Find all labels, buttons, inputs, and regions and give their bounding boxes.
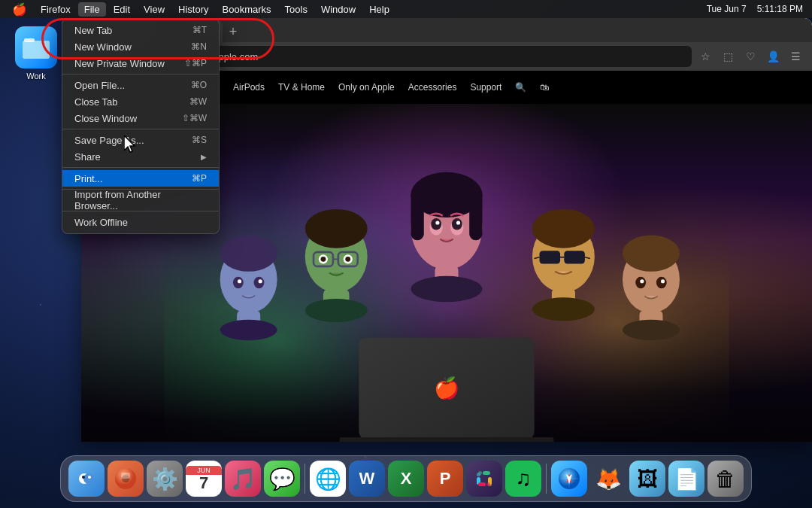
- svg-point-25: [320, 257, 326, 262]
- svg-text:🍎: 🍎: [434, 376, 460, 400]
- save-button[interactable]: ♡: [740, 46, 761, 67]
- dock: ⚙️ JUN 7 🎵 💬 🌐 W X P ♫ 🦊 🖼: [60, 455, 752, 502]
- apple-nav-bag[interactable]: 🛍: [540, 82, 549, 93]
- svg-point-17: [411, 276, 483, 303]
- dock-safari[interactable]: [551, 461, 587, 497]
- menubar-window[interactable]: Window: [315, 2, 362, 17]
- dock-powerpoint[interactable]: P: [427, 461, 463, 497]
- address-bar[interactable]: 🔒 //www.apple.com: [159, 46, 692, 67]
- svg-rect-57: [340, 437, 554, 442]
- dock-sep-1: [304, 464, 305, 494]
- address-text: //www.apple.com: [184, 51, 684, 62]
- menu-item-close-tab[interactable]: Close Tab ⌘W: [62, 93, 219, 110]
- svg-point-61: [83, 473, 94, 484]
- new-tab-shortcut: ⌘T: [192, 25, 207, 35]
- menu-item-open-file[interactable]: Open File... ⌘O: [62, 77, 219, 93]
- work-icon-label: Work: [26, 71, 45, 81]
- svg-rect-69: [483, 471, 490, 475]
- menu-sep-2: [62, 129, 219, 129]
- svg-point-63: [88, 476, 91, 479]
- new-private-shortcut: ⇧⌘P: [184, 58, 207, 68]
- menubar-firefox[interactable]: Firefox: [35, 2, 77, 17]
- menubar-tools[interactable]: Tools: [279, 2, 314, 17]
- dock-sep-2: [546, 464, 547, 494]
- menu-item-new-window[interactable]: New Window ⌘N: [62, 38, 219, 55]
- apple-menu[interactable]: 🍎: [6, 1, 33, 18]
- apple-nav-accessories[interactable]: Accessories: [408, 82, 457, 93]
- dock-messages[interactable]: 💬: [264, 461, 300, 497]
- new-tab-label: New Tab: [74, 25, 112, 36]
- svg-point-33: [238, 279, 241, 283]
- desktop: 🍎 Firefox File Edit View History Bookmar…: [0, 0, 812, 508]
- dock-files[interactable]: 📄: [668, 461, 704, 497]
- apple-nav-tv[interactable]: TV & Home: [278, 82, 325, 93]
- svg-rect-9: [469, 188, 482, 240]
- menu-item-new-tab[interactable]: New Tab ⌘T: [62, 22, 219, 38]
- svg-rect-39: [539, 251, 560, 263]
- dock-slack[interactable]: [466, 461, 502, 497]
- menubar-history[interactable]: History: [172, 2, 214, 17]
- menubar-view[interactable]: View: [138, 2, 171, 17]
- menu-item-close-window[interactable]: Close Window ⇧⌘W: [62, 110, 219, 126]
- bookmark-button[interactable]: ☆: [695, 46, 716, 67]
- dock-system-preferences[interactable]: ⚙️: [147, 461, 183, 497]
- dock-spotify[interactable]: ♫: [505, 461, 541, 497]
- svg-point-36: [220, 320, 277, 341]
- dock-calendar[interactable]: JUN 7: [186, 461, 222, 497]
- svg-point-62: [82, 476, 85, 479]
- svg-rect-73: [478, 482, 486, 486]
- file-menu: New Tab ⌘T New Window ⌘N New Private Win…: [62, 18, 220, 234]
- menu-item-work-offline[interactable]: Work Offline: [62, 214, 219, 230]
- svg-point-30: [220, 235, 277, 271]
- desktop-icon-work[interactable]: Work: [15, 26, 57, 81]
- menubar-left: 🍎 Firefox File Edit View History Bookmar…: [6, 1, 395, 18]
- menu-item-print[interactable]: Print... ⌘P: [62, 170, 219, 187]
- menu-item-share[interactable]: Share ▶: [62, 148, 219, 165]
- menu-sep-3: [62, 167, 219, 168]
- menubar: 🍎 Firefox File Edit View History Bookmar…: [0, 0, 812, 18]
- open-file-label: Open File...: [74, 80, 125, 91]
- save-page-shortcut: ⌘S: [192, 135, 207, 145]
- menubar-time: 5:11:18 PM: [754, 2, 806, 16]
- work-folder-icon: [15, 26, 57, 68]
- print-shortcut: ⌘P: [192, 173, 207, 184]
- dock-firefox[interactable]: 🦊: [590, 461, 626, 497]
- menubar-clock: Tue Jun 7: [704, 2, 750, 16]
- svg-point-28: [305, 299, 368, 322]
- svg-rect-1: [23, 41, 50, 59]
- menu-item-new-private[interactable]: New Private Window ⇧⌘P: [62, 55, 219, 71]
- profile-button[interactable]: 👤: [762, 46, 783, 67]
- menubar-help[interactable]: Help: [363, 2, 395, 17]
- apple-nav-only[interactable]: Only on Apple: [338, 82, 395, 93]
- menubar-bookmarks[interactable]: Bookmarks: [217, 2, 277, 17]
- dock-finder[interactable]: [68, 461, 105, 497]
- menubar-file[interactable]: File: [78, 2, 106, 17]
- dock-chrome[interactable]: 🌐: [310, 461, 346, 497]
- share-label: Share: [74, 151, 101, 163]
- menu-item-save-page[interactable]: Save Page As... ⌘S: [62, 132, 219, 148]
- new-window-shortcut: ⌘N: [191, 41, 207, 52]
- dock-word[interactable]: W: [349, 461, 385, 497]
- svg-point-26: [345, 257, 350, 262]
- dock-preview[interactable]: 🖼: [629, 461, 665, 497]
- apple-nav-search[interactable]: 🔍: [515, 82, 526, 93]
- menubar-edit[interactable]: Edit: [108, 2, 136, 17]
- menu-item-import[interactable]: Import from Another Browser...: [62, 192, 219, 208]
- svg-rect-8: [411, 188, 424, 240]
- svg-rect-66: [121, 473, 130, 479]
- svg-rect-2: [24, 38, 35, 42]
- apple-nav-support[interactable]: Support: [470, 82, 501, 93]
- svg-point-47: [623, 235, 680, 271]
- menu-button[interactable]: ☰: [785, 46, 806, 67]
- apple-nav-airpods[interactable]: AirPods: [233, 82, 265, 93]
- new-window-label: New Window: [74, 41, 132, 53]
- dock-trash[interactable]: 🗑: [707, 461, 744, 497]
- dock-launchpad[interactable]: [108, 461, 144, 497]
- dock-excel[interactable]: X: [388, 461, 424, 497]
- dock-music[interactable]: 🎵: [225, 461, 261, 497]
- screenshot-button[interactable]: ⬚: [717, 46, 738, 67]
- svg-point-45: [532, 297, 595, 321]
- svg-point-50: [640, 279, 644, 283]
- close-tab-shortcut: ⌘W: [189, 96, 207, 107]
- new-tab-button[interactable]: +: [223, 21, 244, 42]
